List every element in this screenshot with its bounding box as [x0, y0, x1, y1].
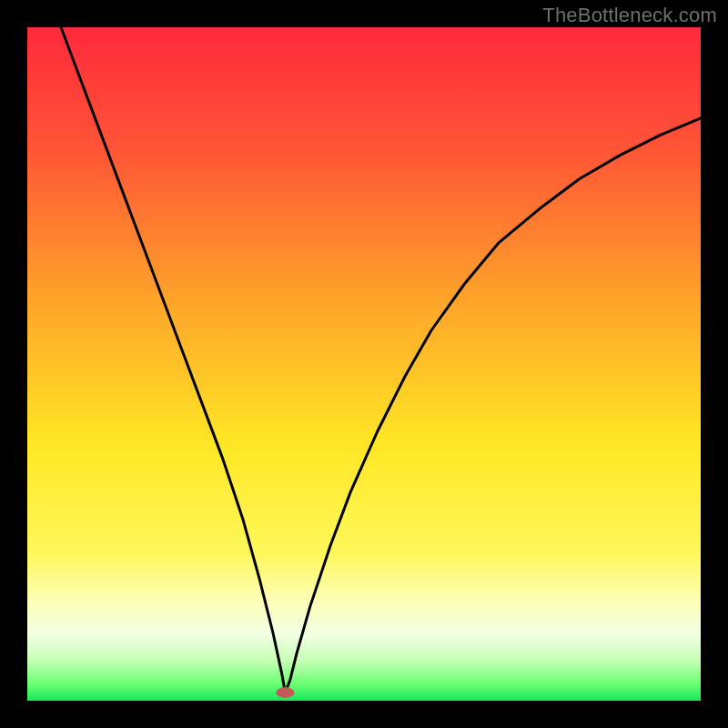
watermark-text: TheBottleneck.com — [542, 4, 717, 27]
chart-frame: TheBottleneck.com — [0, 0, 728, 728]
plot-area — [27, 27, 701, 701]
chart-svg — [27, 27, 701, 701]
optimal-point-marker — [276, 687, 294, 698]
gradient-background — [27, 27, 701, 701]
